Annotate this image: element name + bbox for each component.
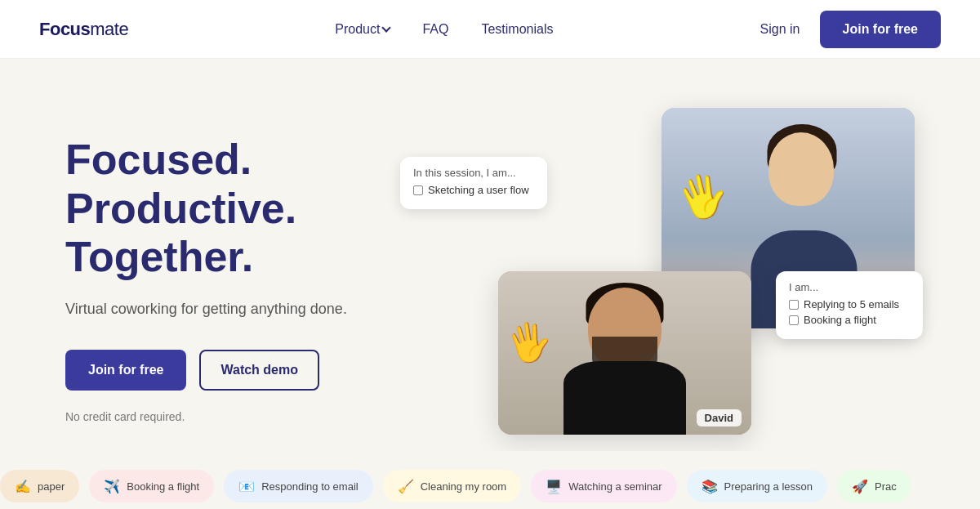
pill-icon: ✈️ bbox=[104, 479, 120, 494]
pill-icon: 📚 bbox=[702, 479, 718, 494]
pill-icon: 🖥️ bbox=[546, 479, 562, 494]
natalie-head bbox=[768, 132, 834, 206]
bubble-david-header: I am... bbox=[789, 281, 910, 293]
bubble-david-item2-text: Booking a flight bbox=[804, 314, 876, 326]
checkbox-icon-2 bbox=[789, 300, 799, 310]
bubble-natalie-item1: Sketching a user flow bbox=[413, 184, 534, 196]
pill-label: Preparing a lesson bbox=[724, 480, 813, 493]
nav-testimonials[interactable]: Testimonials bbox=[481, 22, 553, 37]
david-body bbox=[564, 361, 686, 435]
bubble-natalie-header: In this session, I am... bbox=[413, 167, 534, 179]
bubble-david-item1: Replying to 5 emails bbox=[789, 298, 910, 310]
speech-bubble-natalie: In this session, I am... Sketching a use… bbox=[400, 157, 547, 209]
activity-pill: 🚀Prac bbox=[837, 470, 911, 502]
david-badge: David bbox=[697, 409, 742, 426]
join-button-hero[interactable]: Join for free bbox=[65, 350, 186, 391]
watch-demo-button[interactable]: Watch demo bbox=[199, 350, 319, 391]
nav-testimonials-label: Testimonials bbox=[481, 22, 553, 37]
logo-bold: Focus bbox=[39, 19, 90, 39]
david-hand-icon: 🖐 bbox=[503, 317, 555, 368]
chevron-down-icon bbox=[382, 23, 391, 32]
activity-pill: 🧹Cleaning my room bbox=[383, 470, 522, 502]
nav-faq[interactable]: FAQ bbox=[422, 22, 448, 37]
pill-icon: 🚀 bbox=[852, 479, 868, 494]
activity-pill: 🖥️Watching a seminar bbox=[531, 470, 676, 502]
checkbox-icon-3 bbox=[789, 315, 799, 325]
pill-icon: 🧹 bbox=[398, 479, 414, 494]
logo[interactable]: Focusmate bbox=[39, 19, 128, 40]
pill-label: Responding to email bbox=[261, 480, 359, 493]
pill-label: Booking a flight bbox=[127, 480, 199, 493]
nav-faq-label: FAQ bbox=[422, 22, 448, 37]
bottom-activity-strip: ✍️paper✈️Booking a flight📧Responding to … bbox=[0, 463, 980, 509]
hero-buttons: Join for free Watch demo bbox=[65, 350, 408, 391]
no-credit-card-text: No credit card required. bbox=[65, 410, 408, 423]
nav-right: Sign in Join for free bbox=[760, 11, 941, 48]
signin-link[interactable]: Sign in bbox=[760, 22, 800, 37]
nav-product-label: Product bbox=[335, 22, 380, 37]
speech-bubble-david: I am... Replying to 5 emails Booking a f… bbox=[776, 271, 923, 339]
hero-subtitle: Virtual coworking for getting anything d… bbox=[65, 298, 408, 320]
pill-icon: 📧 bbox=[238, 479, 255, 494]
navigation: Focusmate Product FAQ Testimonials Sign … bbox=[0, 0, 980, 59]
activity-pill: ✍️paper bbox=[0, 470, 79, 502]
nav-links: Product FAQ Testimonials bbox=[335, 22, 553, 37]
natalie-hand-icon: 🖐 bbox=[673, 167, 734, 226]
logo-light: mate bbox=[90, 19, 128, 39]
bubble-david-item2: Booking a flight bbox=[789, 314, 910, 326]
pill-label: Watching a seminar bbox=[568, 480, 662, 493]
checkbox-icon bbox=[413, 185, 423, 195]
hero-title: Focused. Productive. Together. bbox=[65, 136, 408, 282]
video-card-david: 🖐 David bbox=[498, 271, 751, 435]
hero-section: Focused. Productive. Together. Virtual c… bbox=[0, 59, 980, 451]
activity-pill: 📚Preparing a lesson bbox=[687, 470, 827, 502]
pill-label: Prac bbox=[875, 480, 897, 493]
join-button-nav[interactable]: Join for free bbox=[820, 11, 941, 48]
hero-right: 🖐 Natalie 🖐 David In this session, I am.… bbox=[482, 108, 915, 451]
signin-label: Sign in bbox=[760, 22, 800, 36]
pill-label: paper bbox=[38, 480, 65, 493]
pill-icon: ✍️ bbox=[15, 479, 31, 494]
activity-pill: ✈️Booking a flight bbox=[89, 470, 214, 502]
pill-label: Cleaning my room bbox=[421, 480, 507, 493]
bubble-david-item1-text: Replying to 5 emails bbox=[804, 298, 899, 310]
activity-pill: 📧Responding to email bbox=[224, 470, 373, 502]
bubble-natalie-item1-text: Sketching a user flow bbox=[428, 184, 529, 196]
hero-left: Focused. Productive. Together. Virtual c… bbox=[65, 136, 408, 423]
nav-product[interactable]: Product bbox=[335, 22, 390, 37]
